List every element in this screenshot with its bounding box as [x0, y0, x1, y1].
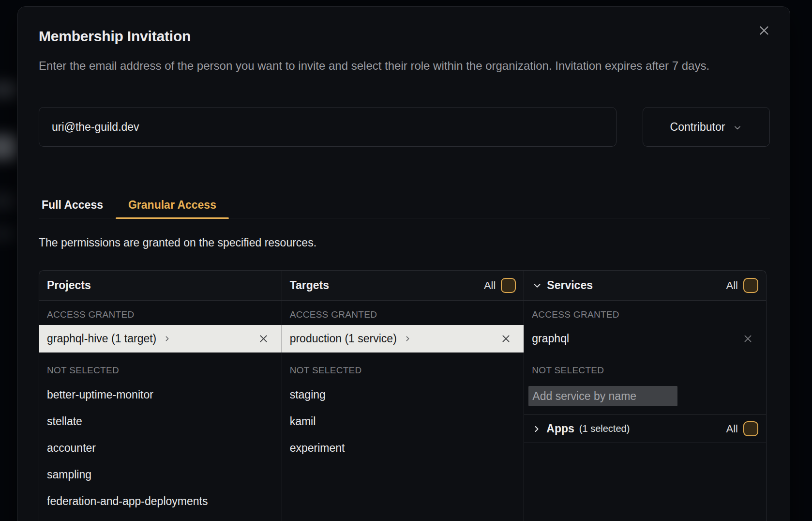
remove-project-button[interactable]	[256, 332, 271, 346]
membership-invitation-modal: Membership Invitation Enter the email ad…	[17, 6, 790, 521]
permissions-note: The permissions are granted on the speci…	[39, 236, 316, 249]
target-item[interactable]: experiment	[282, 435, 524, 461]
modal-description: Enter the email address of the person yo…	[39, 55, 719, 77]
project-item[interactable]: accounter	[39, 435, 282, 461]
not-selected-label: NOT SELECTED	[290, 365, 516, 376]
project-item[interactable]: sampling	[39, 461, 282, 488]
projects-title: Projects	[47, 279, 91, 292]
tab-full-access[interactable]: Full Access	[39, 192, 116, 218]
x-icon	[743, 334, 753, 344]
remove-target-button[interactable]	[498, 332, 513, 346]
target-selected-label: production (1 service)	[290, 332, 397, 345]
x-icon	[501, 334, 511, 344]
tab-granular-access[interactable]: Granular Access	[116, 192, 229, 218]
target-selected-row[interactable]: production (1 service)	[282, 325, 524, 352]
project-item[interactable]: federation-and-app-deployments	[39, 488, 282, 515]
target-item[interactable]: staging	[282, 382, 524, 408]
apps-all-checkbox[interactable]	[743, 421, 758, 436]
apps-all-label: All	[726, 423, 738, 435]
close-icon	[758, 24, 770, 37]
role-select-value: Contributor	[670, 121, 725, 134]
services-all-wrap: All	[726, 278, 758, 293]
projects-header: Projects	[39, 271, 282, 301]
service-selected-label: graphql	[532, 332, 569, 345]
background-blur-blob	[0, 227, 16, 241]
add-service-input[interactable]	[528, 386, 677, 406]
resources-table: Projects ACCESS GRANTED graphql-hive (1 …	[39, 270, 767, 521]
project-item[interactable]: stellate	[39, 408, 282, 435]
not-selected-label: NOT SELECTED	[47, 365, 274, 376]
background-blur-blob	[0, 81, 18, 98]
access-tabs: Full Access Granular Access	[39, 192, 770, 218]
background-blur-blob	[0, 193, 16, 209]
not-selected-label: NOT SELECTED	[532, 365, 758, 376]
project-selected-row[interactable]: graphql-hive (1 target)	[39, 325, 282, 352]
projects-column: Projects ACCESS GRANTED graphql-hive (1 …	[39, 271, 282, 521]
page-title: Membership Invitation	[39, 28, 191, 45]
targets-all-wrap: All	[484, 278, 516, 293]
chevron-down-icon[interactable]	[532, 280, 542, 291]
project-item[interactable]: better-uptime-monitor	[39, 382, 282, 408]
services-title: Services	[547, 279, 593, 292]
apps-group-row[interactable]: Apps (1 selected) All	[524, 414, 766, 443]
services-all-label: All	[726, 279, 738, 292]
services-column: Services All ACCESS GRANTED graphql NOT …	[524, 271, 766, 521]
access-granted-label: ACCESS GRANTED	[532, 309, 758, 320]
background-blur-blob	[0, 135, 18, 160]
access-granted-label: ACCESS GRANTED	[290, 309, 516, 320]
chevron-right-icon	[163, 335, 171, 343]
chevron-right-icon	[404, 335, 412, 343]
access-granted-label: ACCESS GRANTED	[47, 309, 274, 320]
role-select[interactable]: Contributor	[643, 107, 770, 147]
apps-selected-count: (1 selected)	[579, 423, 630, 434]
x-icon	[258, 334, 269, 344]
targets-all-checkbox[interactable]	[501, 278, 516, 293]
project-selected-label: graphql-hive (1 target)	[47, 332, 156, 345]
chevron-right-icon	[532, 424, 541, 434]
service-selected-row[interactable]: graphql	[524, 325, 766, 352]
email-field[interactable]	[39, 107, 617, 147]
apps-all-wrap: All	[726, 421, 758, 436]
services-header[interactable]: Services All	[524, 271, 766, 301]
apps-title: Apps	[546, 422, 574, 435]
chevron-down-icon	[733, 123, 742, 133]
remove-service-button[interactable]	[741, 332, 755, 346]
close-button[interactable]	[756, 22, 772, 39]
targets-header: Targets All	[282, 271, 524, 301]
targets-all-label: All	[484, 279, 496, 292]
page: Membership Invitation Enter the email ad…	[0, 0, 812, 521]
targets-column: Targets All ACCESS GRANTED production (1…	[282, 271, 524, 521]
target-item[interactable]: kamil	[282, 408, 524, 435]
targets-title: Targets	[290, 279, 329, 292]
services-all-checkbox[interactable]	[743, 278, 758, 293]
